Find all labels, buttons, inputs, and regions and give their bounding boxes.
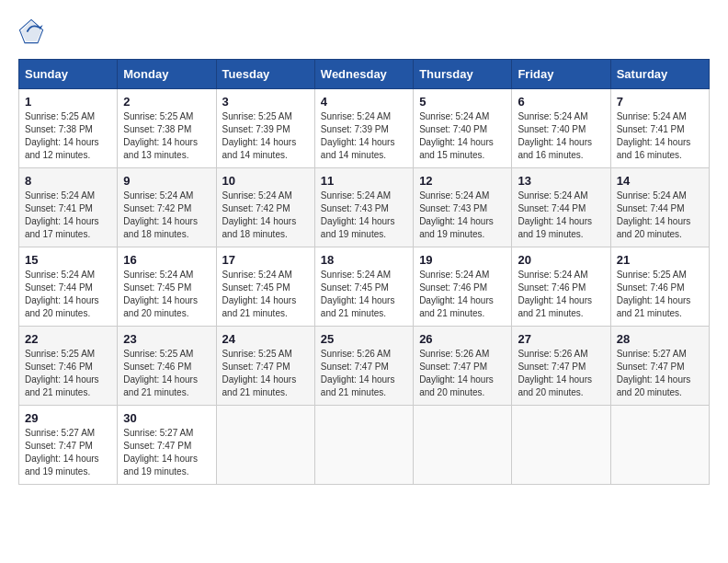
logo-icon <box>18 18 44 44</box>
calendar-table: SundayMondayTuesdayWednesdayThursdayFrid… <box>18 59 710 485</box>
day-info: Sunrise: 5:24 AMSunset: 7:45 PMDaylight:… <box>123 269 210 320</box>
day-number: 26 <box>419 332 506 346</box>
day-info: Sunrise: 5:24 AMSunset: 7:41 PMDaylight:… <box>25 190 111 241</box>
day-number: 27 <box>518 332 604 346</box>
calendar-cell <box>512 406 610 485</box>
day-number: 13 <box>518 174 604 188</box>
weekday-header: Thursday <box>414 60 512 89</box>
calendar-week-row: 1Sunrise: 5:25 AMSunset: 7:38 PMDaylight… <box>19 89 710 168</box>
calendar-cell <box>610 406 709 485</box>
calendar-cell: 7Sunrise: 5:24 AMSunset: 7:41 PMDaylight… <box>610 89 709 168</box>
weekday-header: Sunday <box>19 60 118 89</box>
calendar-cell: 8Sunrise: 5:24 AMSunset: 7:41 PMDaylight… <box>19 168 118 247</box>
calendar-week-row: 29Sunrise: 5:27 AMSunset: 7:47 PMDayligh… <box>19 406 710 485</box>
day-info: Sunrise: 5:25 AMSunset: 7:39 PMDaylight:… <box>222 110 309 162</box>
day-number: 14 <box>617 174 703 188</box>
weekday-header: Saturday <box>610 60 709 89</box>
day-number: 22 <box>25 332 111 346</box>
calendar-cell: 24Sunrise: 5:25 AMSunset: 7:47 PMDayligh… <box>216 327 314 406</box>
page-header <box>18 18 710 44</box>
day-info: Sunrise: 5:24 AMSunset: 7:43 PMDaylight:… <box>419 190 506 241</box>
day-number: 18 <box>321 253 407 267</box>
calendar-cell: 18Sunrise: 5:24 AMSunset: 7:45 PMDayligh… <box>314 247 413 327</box>
calendar-cell: 14Sunrise: 5:24 AMSunset: 7:44 PMDayligh… <box>610 168 709 247</box>
day-number: 20 <box>518 253 604 267</box>
day-info: Sunrise: 5:24 AMSunset: 7:40 PMDaylight:… <box>518 110 604 162</box>
calendar-cell: 6Sunrise: 5:24 AMSunset: 7:40 PMDaylight… <box>512 89 610 168</box>
day-number: 5 <box>419 95 506 109</box>
day-number: 1 <box>25 95 111 109</box>
day-number: 15 <box>25 253 111 267</box>
calendar-cell: 22Sunrise: 5:25 AMSunset: 7:46 PMDayligh… <box>19 327 118 406</box>
weekday-header: Tuesday <box>216 60 314 89</box>
calendar-cell: 12Sunrise: 5:24 AMSunset: 7:43 PMDayligh… <box>414 168 512 247</box>
calendar-cell: 25Sunrise: 5:26 AMSunset: 7:47 PMDayligh… <box>314 327 413 406</box>
weekday-header: Friday <box>512 60 610 89</box>
day-info: Sunrise: 5:25 AMSunset: 7:47 PMDaylight:… <box>222 348 309 399</box>
day-number: 23 <box>123 332 210 346</box>
calendar-cell: 19Sunrise: 5:24 AMSunset: 7:46 PMDayligh… <box>414 247 512 327</box>
day-info: Sunrise: 5:25 AMSunset: 7:46 PMDaylight:… <box>123 348 210 399</box>
calendar-cell: 11Sunrise: 5:24 AMSunset: 7:43 PMDayligh… <box>314 168 413 247</box>
calendar-week-row: 15Sunrise: 5:24 AMSunset: 7:44 PMDayligh… <box>19 247 710 327</box>
calendar-cell: 30Sunrise: 5:27 AMSunset: 7:47 PMDayligh… <box>118 406 216 485</box>
day-info: Sunrise: 5:24 AMSunset: 7:44 PMDaylight:… <box>25 269 111 320</box>
calendar-cell: 10Sunrise: 5:24 AMSunset: 7:42 PMDayligh… <box>216 168 314 247</box>
day-info: Sunrise: 5:24 AMSunset: 7:45 PMDaylight:… <box>321 269 407 320</box>
day-info: Sunrise: 5:27 AMSunset: 7:47 PMDaylight:… <box>25 427 111 478</box>
day-info: Sunrise: 5:25 AMSunset: 7:38 PMDaylight:… <box>25 110 111 162</box>
calendar-cell: 23Sunrise: 5:25 AMSunset: 7:46 PMDayligh… <box>118 327 216 406</box>
calendar-cell: 28Sunrise: 5:27 AMSunset: 7:47 PMDayligh… <box>610 327 709 406</box>
day-number: 10 <box>222 174 309 188</box>
calendar-cell <box>216 406 314 485</box>
day-info: Sunrise: 5:24 AMSunset: 7:43 PMDaylight:… <box>321 190 407 241</box>
day-info: Sunrise: 5:26 AMSunset: 7:47 PMDaylight:… <box>321 348 407 399</box>
day-info: Sunrise: 5:24 AMSunset: 7:45 PMDaylight:… <box>222 269 309 320</box>
calendar-cell: 16Sunrise: 5:24 AMSunset: 7:45 PMDayligh… <box>118 247 216 327</box>
calendar-cell: 9Sunrise: 5:24 AMSunset: 7:42 PMDaylight… <box>118 168 216 247</box>
calendar-cell: 26Sunrise: 5:26 AMSunset: 7:47 PMDayligh… <box>414 327 512 406</box>
calendar-cell: 20Sunrise: 5:24 AMSunset: 7:46 PMDayligh… <box>512 247 610 327</box>
day-number: 4 <box>321 95 407 109</box>
calendar-cell: 5Sunrise: 5:24 AMSunset: 7:40 PMDaylight… <box>414 89 512 168</box>
day-number: 16 <box>123 253 210 267</box>
day-number: 2 <box>123 95 210 109</box>
calendar-cell: 4Sunrise: 5:24 AMSunset: 7:39 PMDaylight… <box>314 89 413 168</box>
calendar-cell: 1Sunrise: 5:25 AMSunset: 7:38 PMDaylight… <box>19 89 118 168</box>
day-info: Sunrise: 5:25 AMSunset: 7:46 PMDaylight:… <box>617 269 703 320</box>
day-number: 19 <box>419 253 506 267</box>
calendar-cell: 21Sunrise: 5:25 AMSunset: 7:46 PMDayligh… <box>610 247 709 327</box>
logo <box>18 18 48 44</box>
day-info: Sunrise: 5:24 AMSunset: 7:44 PMDaylight:… <box>518 190 604 241</box>
day-info: Sunrise: 5:26 AMSunset: 7:47 PMDaylight:… <box>518 348 604 399</box>
calendar-cell <box>414 406 512 485</box>
calendar-week-row: 22Sunrise: 5:25 AMSunset: 7:46 PMDayligh… <box>19 327 710 406</box>
calendar-cell: 29Sunrise: 5:27 AMSunset: 7:47 PMDayligh… <box>19 406 118 485</box>
calendar-cell: 17Sunrise: 5:24 AMSunset: 7:45 PMDayligh… <box>216 247 314 327</box>
day-number: 29 <box>25 411 111 425</box>
calendar-cell: 15Sunrise: 5:24 AMSunset: 7:44 PMDayligh… <box>19 247 118 327</box>
day-number: 9 <box>123 174 210 188</box>
day-info: Sunrise: 5:27 AMSunset: 7:47 PMDaylight:… <box>123 427 210 478</box>
day-info: Sunrise: 5:25 AMSunset: 7:38 PMDaylight:… <box>123 110 210 162</box>
calendar-cell: 27Sunrise: 5:26 AMSunset: 7:47 PMDayligh… <box>512 327 610 406</box>
day-info: Sunrise: 5:24 AMSunset: 7:40 PMDaylight:… <box>419 110 506 162</box>
calendar-cell: 3Sunrise: 5:25 AMSunset: 7:39 PMDaylight… <box>216 89 314 168</box>
day-info: Sunrise: 5:24 AMSunset: 7:44 PMDaylight:… <box>617 190 703 241</box>
day-info: Sunrise: 5:24 AMSunset: 7:46 PMDaylight:… <box>518 269 604 320</box>
day-info: Sunrise: 5:24 AMSunset: 7:42 PMDaylight:… <box>123 190 210 241</box>
day-number: 28 <box>617 332 703 346</box>
day-number: 24 <box>222 332 309 346</box>
day-number: 8 <box>25 174 111 188</box>
day-info: Sunrise: 5:24 AMSunset: 7:41 PMDaylight:… <box>617 110 703 162</box>
day-number: 3 <box>222 95 309 109</box>
day-info: Sunrise: 5:27 AMSunset: 7:47 PMDaylight:… <box>617 348 703 399</box>
day-number: 6 <box>518 95 604 109</box>
weekday-header: Wednesday <box>314 60 413 89</box>
day-number: 12 <box>419 174 506 188</box>
day-number: 30 <box>123 411 210 425</box>
calendar-cell <box>314 406 413 485</box>
calendar-header-row: SundayMondayTuesdayWednesdayThursdayFrid… <box>19 60 710 89</box>
calendar-cell: 2Sunrise: 5:25 AMSunset: 7:38 PMDaylight… <box>118 89 216 168</box>
svg-marker-0 <box>21 21 41 41</box>
